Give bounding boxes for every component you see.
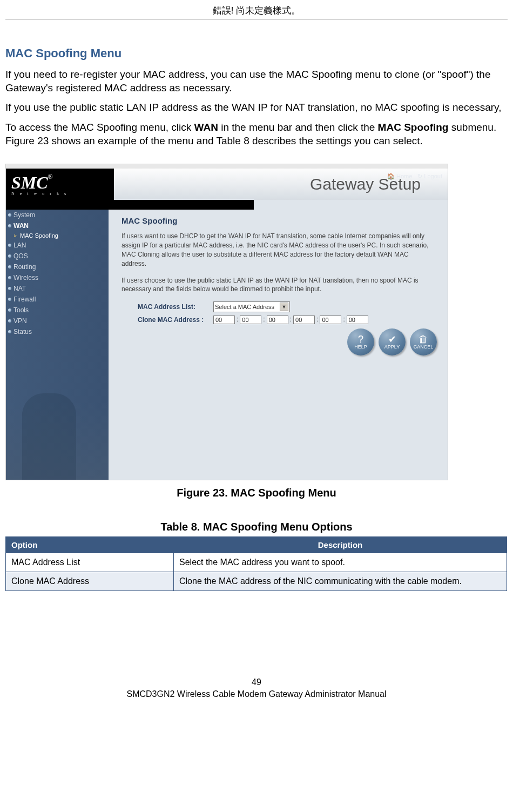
sidebar-sub-macspoofing[interactable]: MAC Spoofing [6, 231, 109, 240]
mac-octet-1[interactable]: 00 [213, 316, 235, 324]
logo-reg: ® [48, 173, 53, 180]
table-caption: Table 8. MAC Spoofing Menu Options [5, 521, 508, 533]
logo-subtext: N e t w o r k s [11, 191, 68, 196]
section-title: MAC Spoofing Menu [5, 46, 508, 61]
sidebar-item-qos[interactable]: QOS [6, 251, 109, 261]
p3-a: To access the MAC Spoofing menu, click [5, 122, 194, 133]
desc-cell: Clone the MAC address of the NIC communi… [174, 572, 507, 591]
panel-para-1: If users want to use DHCP to get the WAN… [122, 232, 435, 268]
embedded-screenshot: SMC® N e t w o r k s Gateway Setup 🏠 Hom… [5, 164, 448, 480]
label-mac-list: MAC Address List: [138, 303, 213, 311]
options-table: Option Description MAC Address List Sele… [5, 536, 507, 591]
home-link[interactable]: 🏠 Home [387, 173, 412, 180]
panel-para-2: If users choose to use the public static… [122, 276, 435, 294]
select-value: Select a MAC Address [215, 304, 274, 310]
mac-octet-4[interactable]: 00 [293, 316, 315, 324]
sidebar-item-nat[interactable]: NAT [6, 283, 109, 294]
figure-caption: Figure 23. MAC Spoofing Menu [5, 487, 508, 499]
panel-title: MAC Spoofing [122, 216, 435, 225]
mac-address-select[interactable]: Select a MAC Address ▼ [213, 301, 290, 312]
opt-cell: MAC Address List [6, 553, 174, 572]
chevron-down-icon[interactable]: ▼ [280, 303, 288, 311]
sidebar-decor [6, 372, 109, 480]
sidebar-item-routing[interactable]: Routing [6, 261, 109, 272]
desc-cell: Select the MAC address you want to spoof… [174, 553, 507, 572]
sidebar-item-system[interactable]: System [6, 210, 109, 220]
paragraph-3: To access the MAC Spoofing menu, click W… [5, 121, 508, 147]
sidebar-item-lan[interactable]: LAN [6, 240, 109, 251]
p3-wan-bold: WAN [194, 122, 218, 133]
table-row: Clone MAC Address Clone the MAC address … [6, 572, 507, 591]
help-label: HELP [354, 344, 367, 350]
smc-logo: SMC® N e t w o r k s [6, 169, 114, 200]
paragraph-1: If you need to re-register your MAC addr… [5, 68, 508, 95]
header-error-text: 錯誤! 尚未定義樣式。 [5, 0, 508, 19]
sidebar-item-wan[interactable]: WAN [6, 220, 109, 231]
sidebar-item-tools[interactable]: Tools [6, 305, 109, 316]
clone-mac-inputs: 00: 00: 00: 00: 00: 00 [213, 316, 368, 324]
logout-link[interactable]: ↻ Logout [417, 173, 442, 180]
apply-label: APPLY [384, 344, 400, 350]
mac-octet-6[interactable]: 00 [347, 316, 368, 324]
mac-octet-5[interactable]: 00 [320, 316, 341, 324]
table-row: MAC Address List Select the MAC address … [6, 553, 507, 572]
cancel-icon: 🗑 [418, 334, 428, 344]
apply-button[interactable]: ✔ APPLY [379, 328, 406, 355]
apply-icon: ✔ [388, 334, 396, 344]
sidebar-item-firewall[interactable]: Firewall [6, 294, 109, 305]
sidebar-item-vpn[interactable]: VPN [6, 316, 109, 326]
help-icon: ? [358, 334, 363, 344]
sidebar: System WAN MAC Spoofing LAN QOS Routing … [6, 210, 109, 480]
opt-cell: Clone MAC Address [6, 572, 174, 591]
sidebar-item-wireless[interactable]: Wireless [6, 272, 109, 283]
page-number: 49 [5, 677, 508, 687]
logo-text: SMC [11, 173, 48, 192]
help-button[interactable]: ? HELP [347, 328, 374, 355]
manual-title: SMCD3GN2 Wireless Cable Modem Gateway Ad… [5, 689, 508, 699]
th-description: Description [174, 537, 507, 553]
page-footer: 49 SMCD3GN2 Wireless Cable Modem Gateway… [5, 677, 508, 710]
p3-c: in the menu bar and then click the [218, 122, 378, 133]
cancel-label: CANCEL [414, 344, 434, 350]
mac-octet-2[interactable]: 00 [240, 316, 261, 324]
p3-macspoof-bold: MAC Spoofing [378, 122, 449, 133]
mac-octet-3[interactable]: 00 [267, 316, 288, 324]
sidebar-item-status[interactable]: Status [6, 326, 109, 337]
th-option: Option [6, 537, 174, 553]
cancel-button[interactable]: 🗑 CANCEL [410, 328, 437, 355]
label-clone-mac: Clone MAC Address : [138, 316, 213, 324]
main-panel: MAC Spoofing If users want to use DHCP t… [109, 210, 448, 480]
paragraph-2: If you use the public static LAN IP addr… [5, 101, 508, 115]
